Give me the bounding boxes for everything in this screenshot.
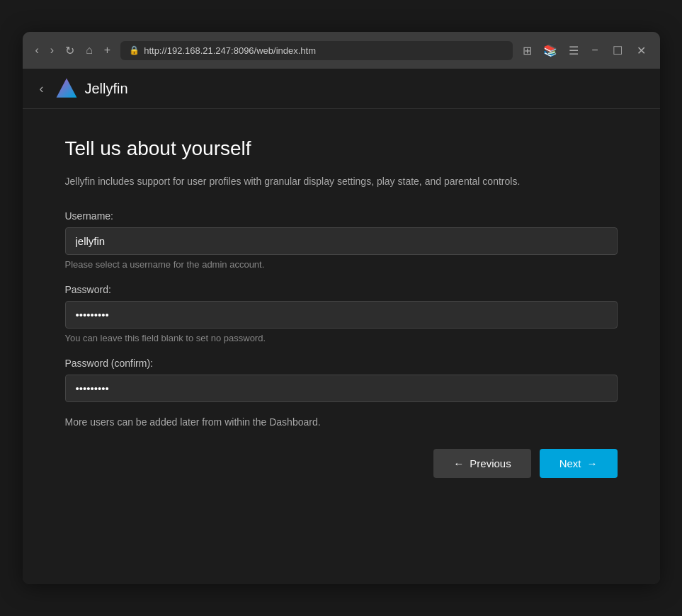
previous-label: Previous	[470, 457, 511, 469]
next-label: Next	[559, 457, 581, 469]
next-button[interactable]: Next	[540, 449, 618, 478]
maximize-button[interactable]: ☐	[607, 41, 628, 60]
close-button[interactable]: ✕	[631, 41, 652, 60]
browser-actions: ⊞ 📚 ☰ − ☐ ✕	[518, 41, 651, 60]
previous-button[interactable]: Previous	[433, 449, 530, 478]
address-bar[interactable]: 🔒 http://192.168.21.247:8096/web/index.h…	[120, 41, 513, 60]
browser-nav-buttons: ‹ › ↻ ⌂ +	[31, 41, 115, 60]
form-actions: Previous Next	[65, 449, 618, 478]
jellyfin-logo-icon	[55, 77, 78, 100]
page-description: Jellyfin includes support for user profi…	[65, 174, 618, 189]
password-input[interactable]	[65, 301, 618, 329]
back-button[interactable]: ‹	[31, 41, 43, 59]
grid-view-button[interactable]: ⊞	[518, 41, 536, 60]
username-form-group: Username: Please select a username for t…	[65, 210, 618, 270]
main-content: Tell us about yourself Jellyfin includes…	[23, 109, 660, 584]
page-title: Tell us about yourself	[65, 137, 618, 160]
previous-arrow-icon	[453, 457, 464, 469]
username-input[interactable]	[65, 227, 618, 255]
browser-chrome: ‹ › ↻ ⌂ + 🔒 http://192.168.21.247:8096/w…	[23, 32, 660, 69]
browser-window: ‹ › ↻ ⌂ + 🔒 http://192.168.21.247:8096/w…	[23, 32, 660, 584]
jellyfin-logo: Jellyfin	[55, 77, 128, 100]
password-hint: You can leave this field blank to set no…	[65, 333, 618, 343]
menu-button[interactable]: ☰	[564, 41, 583, 60]
password-form-group: Password: You can leave this field blank…	[65, 284, 618, 343]
next-arrow-icon	[587, 457, 598, 469]
home-button[interactable]: ⌂	[81, 41, 97, 59]
username-hint: Please select a username for the admin a…	[65, 259, 618, 270]
minimize-button[interactable]: −	[586, 41, 603, 59]
password-confirm-input[interactable]	[65, 375, 618, 402]
app-back-button[interactable]: ‹	[37, 79, 47, 99]
url-text: http://192.168.21.247:8096/web/index.htm	[144, 45, 316, 56]
password-confirm-label: Password (confirm):	[65, 358, 618, 369]
password-label: Password:	[65, 284, 618, 295]
password-confirm-form-group: Password (confirm):	[65, 358, 618, 402]
app-logo-text: Jellyfin	[85, 81, 128, 97]
username-label: Username:	[65, 210, 618, 222]
reload-button[interactable]: ↻	[61, 41, 79, 60]
dashboard-note: More users can be added later from withi…	[65, 416, 618, 428]
bookmarks-button[interactable]: 📚	[539, 41, 562, 60]
new-tab-button[interactable]: +	[100, 41, 115, 59]
app-header: ‹ Jellyfin	[23, 69, 660, 109]
forward-button[interactable]: ›	[46, 41, 58, 59]
svg-marker-0	[56, 79, 76, 98]
lock-icon: 🔒	[129, 45, 140, 55]
